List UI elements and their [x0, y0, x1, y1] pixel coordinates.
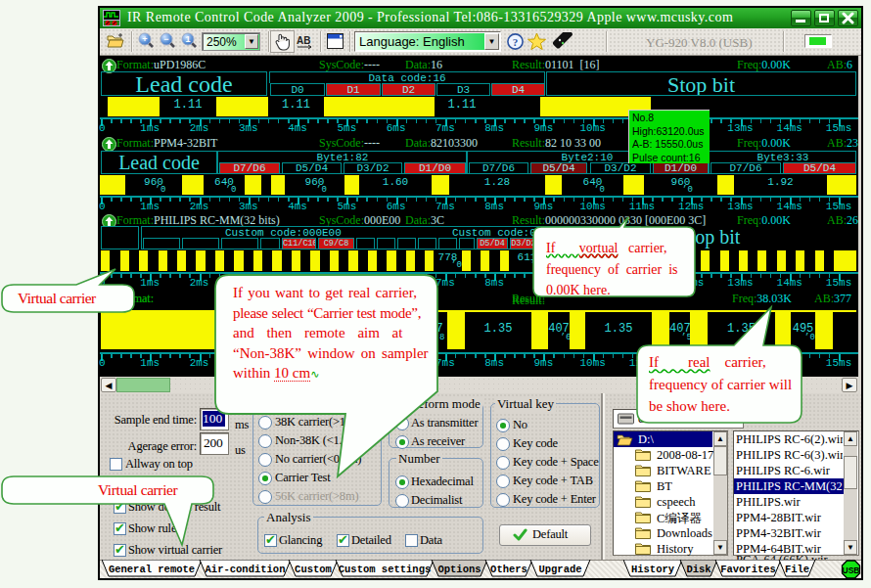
svg-text:File: File — [785, 564, 809, 575]
svg-text:USB: USB — [843, 565, 860, 575]
svg-text:AB: AB — [297, 35, 310, 46]
svg-text:?: ? — [513, 36, 519, 48]
svg-text:Upgrade: Upgrade — [538, 564, 581, 575]
svg-text:−: − — [163, 34, 168, 44]
svg-text:+: + — [142, 34, 147, 44]
svg-text:Others: Others — [490, 564, 527, 575]
svg-text:1: 1 — [185, 34, 190, 44]
svg-text:Favorites: Favorites — [720, 564, 776, 575]
svg-text:Air-condition: Air-condition — [206, 564, 286, 575]
svg-text:Custom: Custom — [295, 564, 332, 575]
svg-text:General remote: General remote — [109, 564, 195, 575]
svg-text:Disk: Disk — [686, 564, 711, 575]
svg-text:Options: Options — [437, 564, 481, 575]
svg-text:Custom settings: Custom settings — [339, 564, 432, 575]
svg-text:History: History — [631, 564, 675, 575]
